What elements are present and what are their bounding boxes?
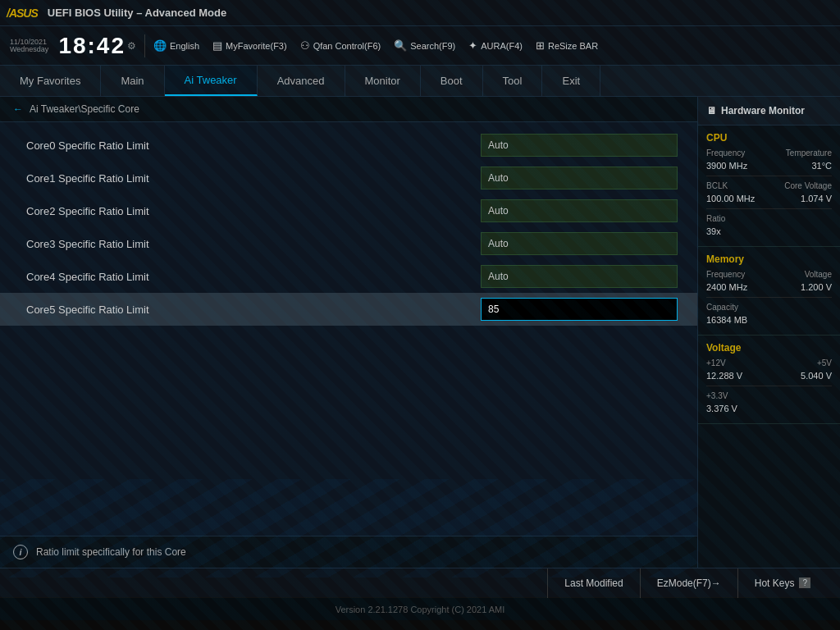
settings-icon[interactable]: ⚙ [127, 40, 136, 52]
hw-5v-val: 5.040 V [801, 371, 832, 381]
date-line2: Wednesday [10, 46, 48, 53]
qfan-btn[interactable]: ⚇ Qfan Control(F6) [300, 39, 381, 52]
core5-input[interactable]: 85 [481, 298, 678, 321]
info-icon: i [13, 545, 28, 559]
asus-logo: /ASUS [7, 7, 38, 20]
setting-row-core1[interactable]: Core1 Specific Ratio Limit Auto [0, 162, 697, 194]
search-icon: 🔍 [394, 39, 407, 52]
tab-advanced[interactable]: Advanced [258, 66, 345, 96]
hw-voltage-section: Voltage +12V +5V 12.288 V 5.040 V +3.3V … [698, 336, 840, 424]
monitor-icon: 🖥 [706, 105, 716, 116]
tab-exit[interactable]: Exit [542, 66, 600, 96]
hw-ratio-label: Ratio [706, 214, 725, 223]
hw-sep2 [706, 208, 832, 209]
last-modified-btn[interactable]: Last Modified [547, 568, 639, 598]
hw-12v-vals: 12.288 V 5.040 V [706, 371, 832, 381]
back-arrow[interactable]: ← [13, 103, 23, 115]
hotkeys-icon: ? [799, 578, 810, 588]
header-row: 11/10/2021 Wednesday 18:42 ⚙ 🌐 English ▤… [0, 26, 840, 66]
hw-memory-title: Memory [706, 253, 832, 265]
core4-value[interactable]: Auto [481, 265, 678, 288]
ez-mode-btn[interactable]: EzMode(F7)→ [640, 568, 737, 598]
hw-mem-cap-label-row: Capacity [706, 303, 832, 312]
tab-tool[interactable]: Tool [483, 66, 543, 96]
hw-mem-freq-val: 2400 MHz [706, 282, 747, 292]
setting-row-core5[interactable]: Core5 Specific Ratio Limit 85 [0, 293, 697, 326]
setting-row-core3[interactable]: Core3 Specific Ratio Limit Auto [0, 227, 697, 260]
tab-favorites[interactable]: My Favorites [0, 66, 101, 96]
hw-cpu-temp-val: 31°C [811, 161, 832, 171]
hw-bclk-val: 100.00 MHz [706, 194, 755, 203]
hw-5v-label: +5V [817, 358, 832, 368]
hw-bclk-row-labels: BCLK Core Voltage [706, 181, 832, 190]
divider [144, 34, 145, 57]
setting-row-core0[interactable]: Core0 Specific Ratio Limit Auto [0, 129, 697, 162]
setting-row-core2[interactable]: Core2 Specific Ratio Limit Auto [0, 194, 697, 227]
hw-33v-val: 3.376 V [706, 404, 737, 413]
core3-input[interactable]: Auto [481, 232, 678, 255]
hw-memory-section: Memory Frequency Voltage 2400 MHz 1.200 … [698, 247, 840, 336]
core0-label: Core0 Specific Ratio Limit [26, 139, 481, 152]
hw-sep1 [706, 176, 832, 176]
core0-value[interactable]: Auto [481, 134, 678, 157]
info-text: Ratio limit specifically for this Core [36, 546, 186, 558]
asus-logo-text: /ASUS [7, 7, 38, 20]
tab-main[interactable]: Main [101, 66, 164, 96]
hw-33v-label: +3.3V [706, 391, 728, 400]
core1-value[interactable]: Auto [481, 167, 678, 189]
hw-voltage-title: Voltage [706, 342, 832, 354]
hw-bclk-row-vals: 100.00 MHz 1.074 V [706, 194, 832, 203]
core1-label: Core1 Specific Ratio Limit [26, 172, 481, 185]
bottom-bar: Last Modified EzMode(F7)→ Hot Keys ? [0, 568, 840, 597]
core3-label: Core3 Specific Ratio Limit [26, 238, 481, 250]
hw-cpu-freq-row: Frequency Temperature [706, 148, 832, 158]
info-bar: i Ratio limit specifically for this Core [0, 536, 697, 568]
version-bar: Version 2.21.1278 Copyright (C) 2021 AMI [0, 597, 840, 620]
top-bar: /ASUS UEFI BIOS Utility – Advanced Mode [0, 0, 840, 26]
myfavorite-btn[interactable]: ▤ MyFavorite(F3) [212, 39, 287, 52]
setting-row-core4[interactable]: Core4 Specific Ratio Limit Auto [0, 260, 697, 293]
core5-value[interactable]: 85 [481, 298, 678, 321]
tab-aitweaker[interactable]: Ai Tweaker [165, 66, 258, 96]
hw-sep4 [706, 386, 832, 386]
hw-cpu-temp-label: Temperature [786, 148, 832, 158]
datetime: 11/10/2021 Wednesday [10, 39, 48, 53]
fan-icon: ⚇ [300, 39, 310, 52]
hw-12v-val: 12.288 V [706, 371, 742, 381]
hw-mem-freq-vals: 2400 MHz 1.200 V [706, 282, 832, 292]
resize-icon: ⊞ [536, 39, 545, 52]
hw-monitor: 🖥 Hardware Monitor CPU Frequency Tempera… [697, 97, 840, 568]
hw-mem-cap-val-row: 16384 MB [706, 315, 832, 325]
resize-btn[interactable]: ⊞ ReSize BAR [536, 39, 598, 52]
hot-keys-btn[interactable]: Hot Keys ? [737, 568, 827, 598]
hw-ratio-val: 39x [706, 226, 721, 236]
nav-tabs: My Favorites Main Ai Tweaker Advanced Mo… [0, 66, 840, 97]
hw-cpu-section: CPU Frequency Temperature 3900 MHz 31°C … [698, 126, 840, 247]
hw-cpu-title: CPU [706, 132, 832, 144]
core0-input[interactable]: Auto [481, 134, 678, 157]
globe-icon: 🌐 [153, 39, 167, 52]
settings-list: Core0 Specific Ratio Limit Auto Core1 Sp… [0, 122, 697, 536]
core4-label: Core4 Specific Ratio Limit [26, 271, 481, 283]
tab-monitor[interactable]: Monitor [345, 66, 421, 96]
tab-boot[interactable]: Boot [421, 66, 483, 96]
language-btn[interactable]: 🌐 English [153, 39, 199, 52]
core2-value[interactable]: Auto [481, 199, 678, 222]
core3-value[interactable]: Auto [481, 232, 678, 255]
core2-label: Core2 Specific Ratio Limit [26, 205, 481, 217]
core5-label: Core5 Specific Ratio Limit [26, 304, 481, 316]
hw-corev-val: 1.074 V [801, 194, 832, 203]
hw-ratio-row: Ratio [706, 214, 832, 223]
core2-input[interactable]: Auto [481, 199, 678, 222]
hw-cpu-freq-label: Frequency [706, 148, 745, 158]
aura-btn[interactable]: ✦ AURA(F4) [468, 39, 523, 52]
hw-33v-label-row: +3.3V [706, 391, 832, 400]
time-display: 18:42 [58, 33, 126, 59]
hw-12v-label: +12V [706, 358, 726, 368]
core1-input[interactable]: Auto [481, 167, 678, 189]
hw-cpu-freq-values: 3900 MHz 31°C [706, 161, 832, 171]
search-btn[interactable]: 🔍 Search(F9) [394, 39, 455, 52]
hw-mem-volt-label: Voltage [805, 270, 832, 279]
bios-title: UEFI BIOS Utility – Advanced Mode [48, 7, 226, 19]
core4-input[interactable]: Auto [481, 265, 678, 288]
